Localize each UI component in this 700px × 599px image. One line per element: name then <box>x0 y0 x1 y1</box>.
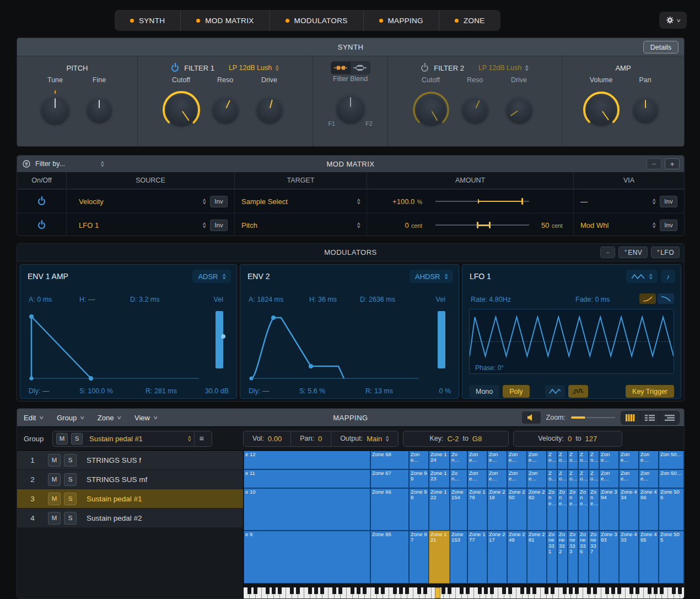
zone-cell[interactable]: Zone 123 <box>429 469 450 488</box>
solo-button[interactable]: S <box>64 512 77 525</box>
group-row-4[interactable]: 4 M S Sustain pedal #2 <box>17 509 243 528</box>
row2-via-value[interactable]: Mod Whl <box>580 221 609 229</box>
row1-amount-value[interactable]: +100.0 <box>392 197 414 206</box>
zone-cell[interactable]: Zone 218 <box>487 488 507 531</box>
series-routing-button[interactable] <box>331 62 351 74</box>
zone-cell[interactable]: Zone… <box>557 488 568 531</box>
zone-cell[interactable]: Zone 250 <box>507 488 527 531</box>
zone-cell[interactable]: Zon 50… <box>659 451 684 469</box>
piano-keyboard[interactable] <box>244 587 684 598</box>
solo-button[interactable]: S <box>64 454 77 467</box>
zone-cell[interactable]: Zone… <box>599 451 619 469</box>
zone-cell[interactable]: Zone 177 <box>467 531 487 584</box>
zone-cell[interactable]: Zone 465 <box>639 531 659 584</box>
zone-cell[interactable]: e 10 <box>244 488 370 531</box>
zone-cell[interactable]: Zone 217 <box>487 531 507 584</box>
edit-menu[interactable]: Edit∨ <box>24 414 44 422</box>
poly-button[interactable]: Poly <box>503 385 529 398</box>
zone-cell[interactable]: Zone 394 <box>599 488 619 531</box>
remove-modulator-button[interactable]: − <box>600 247 616 258</box>
env2-level[interactable]: 0 % <box>439 387 451 395</box>
remove-modulation-button[interactable]: − <box>647 158 661 169</box>
zone-cell[interactable]: Zone 154 <box>450 488 467 531</box>
zone-cell[interactable]: Zone… <box>547 488 557 531</box>
zone-cell[interactable]: Z o… <box>568 469 578 488</box>
zone-menu[interactable]: Zone∨ <box>98 414 121 422</box>
zone-cell[interactable]: Zone 393 <box>599 531 619 584</box>
zone-cell[interactable]: Zone 249 <box>507 531 527 584</box>
row2-source-invert-button[interactable]: Inv <box>210 220 228 231</box>
zone-cell[interactable]: Zone 153 <box>450 531 467 584</box>
key-trigger-button[interactable]: Key Trigger <box>626 385 674 398</box>
zone-cell[interactable]: Zone 68 <box>370 451 409 469</box>
filter2-cutoff-knob[interactable] <box>416 95 446 125</box>
tab-zone[interactable]: ZONE <box>439 10 500 31</box>
row2-power-button[interactable] <box>38 222 45 229</box>
settings-menu-button[interactable]: ∨ <box>659 12 687 29</box>
mute-button[interactable]: M <box>48 473 61 486</box>
env1-decay[interactable]: D: 3.2 ms <box>130 296 196 303</box>
mute-button[interactable]: M <box>48 512 61 525</box>
zone-cell[interactable]: Zone… <box>409 451 429 469</box>
details-button[interactable]: Details <box>643 41 679 54</box>
filter2-type-select[interactable]: LP 12dB Lush∧∨ <box>478 64 529 72</box>
zone-cell[interactable]: Zone 336 <box>578 531 589 584</box>
zone-cell[interactable]: Zo n… <box>450 469 467 488</box>
env2-sustain[interactable]: S: 5.6 % <box>299 387 365 395</box>
row1-power-button[interactable] <box>38 198 45 205</box>
row1-via-value[interactable]: — <box>580 197 588 206</box>
lfo-shape-button[interactable] <box>545 385 565 398</box>
filter2-power-button[interactable] <box>421 65 428 72</box>
zone-cell[interactable]: Zone 433 <box>619 531 639 584</box>
zone-cell[interactable]: Z o… <box>568 451 578 469</box>
zone-cell[interactable]: Zone 331 <box>547 531 557 584</box>
zone-cell[interactable]: Zone 178 <box>467 488 487 531</box>
zone-cell[interactable]: Zone 282 <box>527 488 547 531</box>
zone-cell[interactable]: Z o… <box>547 451 557 469</box>
zone-cell[interactable]: Zone… <box>619 469 639 488</box>
zone-cell[interactable]: Zone… <box>578 488 589 531</box>
zone-cell[interactable]: Zone 66 <box>370 488 409 531</box>
zone-cell[interactable]: Zone 99 <box>409 469 429 488</box>
fine-knob[interactable] <box>87 98 111 122</box>
zone-cell[interactable]: Zo n… <box>450 451 467 469</box>
env2-velocity-slider[interactable] <box>438 311 445 368</box>
zone-cell[interactable]: Zone 97 <box>409 531 429 584</box>
lfo1-rate[interactable]: Rate: 4.80Hz <box>471 296 575 303</box>
group-list-button[interactable]: ≡ <box>194 431 208 446</box>
zone-cell[interactable]: Zone 337 <box>589 531 599 584</box>
zone-cell[interactable]: Z o… <box>589 469 599 488</box>
group-view-button[interactable] <box>640 411 660 424</box>
env1-curve[interactable] <box>26 309 202 382</box>
zone-cell[interactable]: Zone… <box>589 488 599 531</box>
zone-cell[interactable]: Z o… <box>547 469 557 488</box>
highlighted-key[interactable] <box>435 587 440 598</box>
row2-target-value[interactable]: Pitch <box>241 221 257 229</box>
env2-attack[interactable]: A: 1824 ms <box>249 296 309 303</box>
keyboard-view-button[interactable] <box>621 411 640 424</box>
output-value[interactable]: Main <box>367 435 382 443</box>
row2-amount-min[interactable]: 0 <box>405 221 408 229</box>
zone-cell[interactable]: Zone 434 <box>619 488 639 531</box>
zone-cell[interactable]: Zone 65 <box>370 531 409 584</box>
mute-button[interactable]: M <box>48 493 61 505</box>
sample-hold-button[interactable] <box>568 385 588 398</box>
zone-cell[interactable]: Z o… <box>557 451 568 469</box>
key-high-value[interactable]: G8 <box>472 435 482 443</box>
zone-cell[interactable]: Zone… <box>507 451 527 469</box>
row2-source-value[interactable]: LFO 1 <box>79 221 99 229</box>
group-name-select[interactable]: Sustain pedal #1∧∨ <box>86 435 191 443</box>
zone-cell[interactable]: Zone… <box>619 451 639 469</box>
zone-cell[interactable]: Zone… <box>467 469 487 488</box>
env1-level[interactable]: 30.0 dB <box>205 387 229 395</box>
zone-cell[interactable]: Zone 67 <box>370 469 409 488</box>
zone-cell[interactable]: Zone 98 <box>409 488 429 531</box>
zoom-slider[interactable] <box>571 414 615 421</box>
zone-cell[interactable]: Zone 505 <box>659 531 684 584</box>
audition-button[interactable] <box>522 411 541 424</box>
vol-value[interactable]: 0.00 <box>268 435 282 443</box>
pan-value[interactable]: 0 <box>318 435 322 443</box>
filter-by-select[interactable]: Filter by... ∧∨ <box>23 160 149 168</box>
tempo-sync-button[interactable]: ♪ <box>661 270 675 283</box>
env2-hold[interactable]: H: 36 ms <box>309 296 360 303</box>
